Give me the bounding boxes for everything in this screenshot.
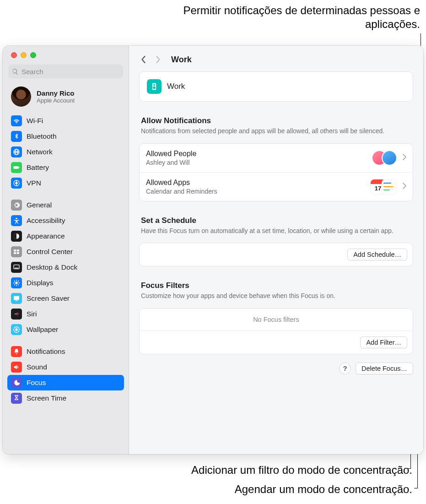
sidebar-item-displays[interactable]: Displays [7, 275, 124, 291]
sidebar-item-general[interactable]: General [7, 197, 124, 213]
acc-icon [11, 215, 22, 226]
schedule-desc: Have this Focus turn on automatically at… [139, 225, 413, 240]
allowed-apps-preview [371, 178, 397, 195]
close-window-button[interactable] [11, 52, 17, 58]
sidebar-item-wi-fi[interactable]: Wi-Fi [7, 113, 124, 129]
svg-rect-6 [14, 252, 16, 254]
add-schedule-button[interactable]: Add Schedule… [347, 249, 407, 260]
svg-rect-0 [13, 166, 18, 168]
sidebar-item-label: Wi-Fi [27, 117, 43, 125]
gear-icon [11, 200, 22, 211]
nav-forward-button[interactable] [154, 55, 162, 64]
chevron-right-icon [403, 183, 406, 190]
allowed-apps-row[interactable]: Allowed Apps Calendar and Reminders [140, 172, 413, 201]
sidebar-item-appearance[interactable]: Appearance [7, 228, 124, 244]
ss-icon [11, 293, 22, 304]
svg-rect-12 [16, 300, 17, 301]
callout-allow: Permitir notificações de determinadas pe… [178, 4, 420, 31]
sidebar-item-focus[interactable]: Focus [7, 375, 124, 390]
content-pane: Work Work Allow Notifications Notificati… [129, 46, 423, 454]
allow-heading: Allow Notifications [139, 116, 413, 125]
sidebar-item-notifications[interactable]: Notifications [7, 344, 124, 359]
help-button[interactable]: ? [339, 363, 351, 374]
sidebar-item-label: Appearance [27, 232, 65, 240]
sidebar-item-label: Siri [27, 310, 37, 318]
apple-account[interactable]: Danny Rico Apple Account [3, 82, 129, 113]
allowed-people-row[interactable]: Allowed People Ashley and Will [140, 144, 413, 172]
allow-desc: Notifications from selected people and a… [139, 125, 413, 141]
account-sub: Apple Account [37, 97, 75, 104]
sidebar-item-wallpaper[interactable]: Wallpaper [7, 322, 124, 337]
disp-icon [11, 277, 22, 288]
delete-focus-button[interactable]: Delete Focus… [356, 363, 413, 374]
callout-add-schedule: Agendar um modo de concentração. [92, 482, 412, 496]
sidebar-item-control-center[interactable]: Control Center [7, 244, 124, 260]
sidebar-item-sound[interactable]: Sound [7, 359, 124, 375]
svg-rect-11 [14, 296, 19, 300]
filters-desc: Customize how your apps and device behav… [139, 290, 413, 305]
bt-icon [11, 131, 22, 142]
filters-empty-label: No Focus filters [140, 309, 413, 331]
focus-name: Work [167, 82, 185, 91]
minimize-window-button[interactable] [21, 52, 27, 58]
sidebar-item-vpn[interactable]: VPN [7, 175, 124, 191]
vpn-icon [11, 178, 22, 189]
svg-point-15 [15, 328, 17, 331]
allowed-apps-title: Allowed Apps [146, 179, 365, 187]
svg-rect-1 [19, 167, 19, 168]
svg-point-10 [15, 282, 17, 284]
search-input[interactable]: Search [8, 65, 123, 78]
sidebar-item-label: Notifications [27, 347, 65, 356]
sidebar-item-label: Bluetooth [27, 132, 57, 141]
breadcrumb: Work [139, 50, 413, 69]
bell-icon [11, 346, 22, 357]
sidebar-item-screen-saver[interactable]: Screen Saver [7, 291, 124, 306]
sidebar-item-label: Desktop & Dock [27, 263, 77, 271]
svg-rect-9 [15, 268, 18, 269]
allowed-people-preview [372, 149, 397, 167]
sidebar-item-label: Focus [27, 379, 46, 387]
allowed-apps-sub: Calendar and Reminders [146, 188, 365, 195]
sidebar-item-network[interactable]: Network [7, 144, 124, 160]
sidebar-item-label: VPN [27, 179, 41, 187]
sidebar-item-bluetooth[interactable]: Bluetooth [7, 129, 124, 144]
account-name: Danny Rico [37, 89, 75, 97]
sidebar-item-desktop-dock[interactable]: Desktop & Dock [7, 260, 124, 275]
settings-window: Search Danny Rico Apple Account Wi-FiBlu… [3, 46, 423, 454]
sidebar-item-accessibility[interactable]: Accessibility [7, 213, 124, 228]
chevron-right-icon [403, 154, 406, 162]
sidebar-item-screen-time[interactable]: Screen Time [7, 390, 124, 406]
leader-line [414, 488, 418, 488]
appear-icon [11, 231, 22, 242]
sidebar-item-battery[interactable]: Battery [7, 160, 124, 175]
search-icon [12, 68, 19, 75]
focus-filters-section: Focus Filters Customize how your apps an… [139, 281, 413, 354]
sidebar: Search Danny Rico Apple Account Wi-FiBlu… [3, 46, 129, 454]
moon-icon [11, 377, 22, 388]
reminders-app-icon [382, 179, 396, 194]
sidebar-item-label: Battery [27, 163, 49, 172]
avatar [11, 87, 31, 107]
add-filter-button[interactable]: Add Filter… [360, 336, 407, 348]
cc-icon [11, 246, 22, 257]
sidebar-item-label: General [27, 201, 52, 209]
svg-point-2 [16, 218, 17, 219]
sidebar-item-label: Wallpaper [27, 325, 58, 334]
svg-point-17 [153, 84, 155, 86]
wall-icon [11, 324, 22, 335]
nav-back-button[interactable] [139, 55, 147, 64]
work-focus-icon [147, 79, 162, 94]
callout-add-filter: Adicionar um filtro do modo de concentra… [92, 463, 412, 477]
battery-icon [11, 162, 22, 173]
focus-header-card: Work [139, 71, 413, 102]
schedule-section: Set a Schedule Have this Focus turn on a… [139, 216, 413, 267]
fullscreen-window-button[interactable] [30, 52, 36, 58]
sidebar-item-siri[interactable]: Siri [7, 306, 124, 322]
svg-rect-7 [17, 252, 19, 254]
window-controls [3, 46, 129, 63]
sidebar-item-label: Sound [27, 363, 47, 371]
sidebar-item-label: Screen Saver [27, 294, 70, 303]
leader-line [421, 33, 421, 46]
allowed-people-title: Allowed People [146, 150, 366, 158]
sidebar-item-label: Screen Time [27, 394, 66, 402]
